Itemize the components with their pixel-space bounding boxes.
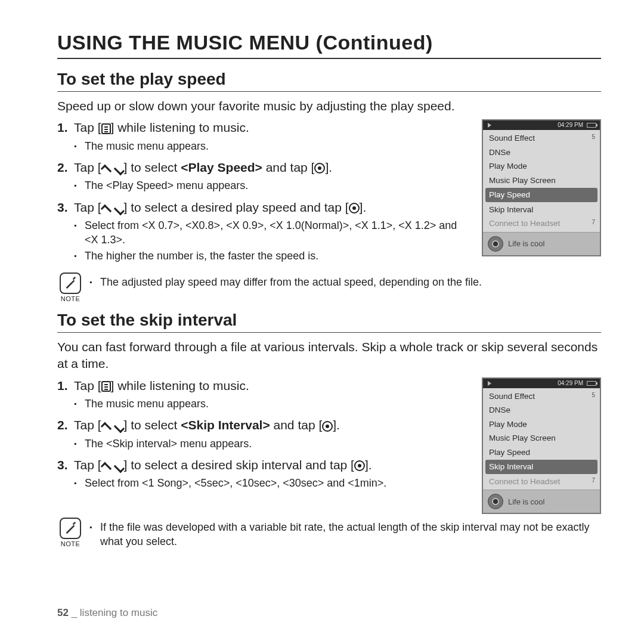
device-menu-item: Sound Effect5 (483, 389, 600, 404)
up-down-icon (101, 207, 124, 213)
device-footer-text: Life is cool (508, 240, 544, 247)
up-down-icon (101, 425, 124, 431)
device-menu-item: Connect to Headset7 (483, 216, 600, 231)
substep: The music menu appears. (74, 397, 471, 411)
up-down-icon (101, 167, 124, 173)
device-menu-item-selected: Play Speed (485, 188, 597, 202)
device-menu-item: Play Speed (483, 445, 600, 460)
device-menu-item: DNSe (483, 145, 600, 160)
up-down-icon (101, 465, 124, 470)
note-text: If the file was developed with a variabl… (89, 520, 601, 549)
device-screenshot-2: 04:29 PM Sound Effect5 DNSe Play Mode Mu… (482, 377, 601, 515)
substep: Select from <X 0.7>, <X0.8>, <X 0.9>, <X… (74, 218, 471, 247)
device-menu-item: Play Mode (483, 159, 600, 174)
select-icon (349, 203, 360, 213)
device-menu-item: Music Play Screen (483, 431, 600, 445)
device-footer: Life is cool (483, 490, 600, 513)
section2-note: NOTE If the file was developed with a va… (57, 518, 601, 550)
device-menu-item: Sound Effect5 (483, 131, 600, 145)
note-text: The adjusted play speed may differ from … (89, 275, 482, 289)
cd-icon (488, 494, 503, 509)
device-menu-item-selected: Skip Interval (485, 460, 597, 474)
cd-icon (488, 236, 503, 252)
device-footer: Life is cool (483, 232, 600, 255)
select-icon (322, 421, 333, 432)
section2-intro: You can fast forward through a file at v… (57, 339, 601, 373)
substep: The music menu appears. (74, 139, 471, 153)
section1-steps: Tap [] while listening to music. The mus… (57, 119, 471, 263)
device-menu-item: Music Play Screen (483, 174, 600, 188)
note-label: NOTE (61, 295, 80, 302)
substep: The <Skip interval> menu appears. (74, 436, 471, 451)
menu-icon (101, 381, 111, 392)
device-footer-text: Life is cool (508, 498, 544, 506)
section1-intro: Speed up or slow down your favorite musi… (57, 98, 601, 114)
page-number: 52 (57, 607, 69, 618)
device-menu-item: Play Mode (483, 417, 600, 432)
play-indicator-icon (488, 123, 491, 128)
substep: The higher the number is, the faster the… (74, 249, 471, 263)
device-menu: Sound Effect5 DNSe Play Mode Music Play … (483, 388, 600, 490)
device-statusbar: 04:29 PM (483, 379, 600, 388)
device-menu-item: Skip Interval (483, 203, 600, 217)
substep: The <Play Speed> menu appears. (74, 178, 471, 193)
menu-icon (101, 123, 111, 134)
battery-icon (587, 123, 596, 128)
note-icon (60, 273, 81, 294)
device-screenshot-1: 04:29 PM Sound Effect5 DNSe Play Mode Mu… (482, 119, 601, 256)
device-time: 04:29 PM (558, 380, 583, 386)
select-icon (314, 163, 325, 174)
battery-icon (587, 381, 596, 386)
device-menu-item: Connect to Headset7 (483, 475, 600, 489)
section1-note: NOTE The adjusted play speed may differ … (57, 273, 601, 302)
play-indicator-icon (488, 381, 491, 386)
device-statusbar: 04:29 PM (483, 120, 600, 130)
page-title: USING THE MUSIC MENU (Continued) (57, 31, 601, 59)
section1-title: To set the play speed (57, 70, 601, 92)
device-menu-item: DNSe (483, 403, 600, 417)
note-icon (60, 518, 81, 539)
select-icon (354, 460, 365, 471)
chapter-name: listening to music (80, 607, 157, 618)
note-label: NOTE (61, 540, 80, 547)
substep: Select from <1 Song>, <5sec>, <10sec>, <… (74, 476, 471, 490)
device-menu: Sound Effect5 DNSe Play Mode Music Play … (483, 130, 600, 232)
page-footer: 52 _ listening to music (57, 607, 157, 619)
section2-title: To set the skip interval (57, 311, 601, 333)
section2-steps: Tap [] while listening to music. The mus… (57, 377, 471, 491)
device-time: 04:29 PM (558, 122, 583, 128)
